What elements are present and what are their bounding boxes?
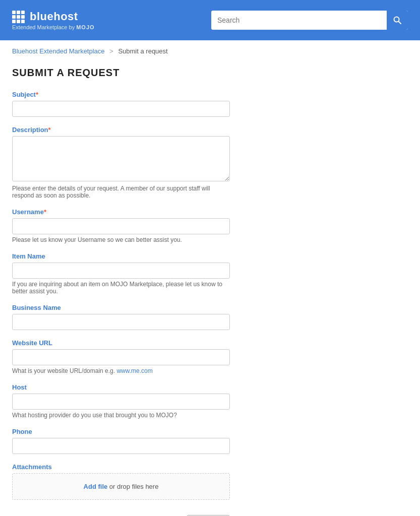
business-name-input[interactable]	[12, 314, 230, 330]
attachments-group: Attachments Add file or drop files here	[12, 463, 230, 500]
item-name-group: Item Name If you are inquiring about an …	[12, 252, 230, 295]
item-name-label: Item Name	[12, 252, 230, 260]
main-content: SUBMIT A REQUEST Subject* Description* P…	[0, 62, 242, 516]
submit-request-form: Subject* Description* Please enter the d…	[12, 91, 230, 516]
breadcrumb-current: Submit a request	[118, 47, 167, 55]
host-hint: What hosting provider do you use that br…	[12, 412, 230, 419]
breadcrumb-separator: >	[109, 47, 113, 55]
header: bluehost Extended Marketplace by MOJO	[0, 0, 420, 40]
description-label: Description*	[12, 126, 230, 134]
search-bar	[211, 11, 408, 30]
website-url-hint: What is your website URL/domain e.g. www…	[12, 367, 230, 374]
description-textarea[interactable]	[12, 136, 230, 181]
username-label: Username*	[12, 208, 230, 216]
subject-group: Subject*	[12, 91, 230, 117]
website-url-label: Website URL	[12, 339, 230, 347]
breadcrumb: Bluehost Extended Marketplace > Submit a…	[0, 40, 420, 62]
logo-top: bluehost	[12, 10, 78, 23]
subject-input[interactable]	[12, 101, 230, 117]
logo-area: bluehost Extended Marketplace by MOJO	[12, 10, 95, 30]
phone-group: Phone	[12, 428, 230, 454]
website-url-input[interactable]	[12, 349, 230, 365]
item-name-input[interactable]	[12, 263, 230, 279]
logo-grid-icon	[12, 11, 25, 23]
business-name-group: Business Name	[12, 304, 230, 330]
host-group: Host What hosting provider do you use th…	[12, 383, 230, 419]
logo-text: bluehost	[30, 10, 78, 23]
website-url-group: Website URL What is your website URL/dom…	[12, 339, 230, 374]
host-input[interactable]	[12, 394, 230, 410]
username-group: Username* Please let us know your Userna…	[12, 208, 230, 243]
phone-input[interactable]	[12, 438, 230, 454]
search-input[interactable]	[211, 11, 387, 30]
username-hint: Please let us know your Username so we c…	[12, 236, 230, 243]
page-title: SUBMIT A REQUEST	[12, 67, 230, 79]
attachments-dropzone[interactable]: Add file or drop files here	[12, 473, 230, 500]
description-hint: Please enter the details of your request…	[12, 185, 230, 199]
attachments-drop-text: or drop files here	[107, 483, 158, 490]
phone-label: Phone	[12, 428, 230, 435]
business-name-label: Business Name	[12, 304, 230, 311]
search-button[interactable]	[387, 11, 408, 30]
logo-subtitle: Extended Marketplace by MOJO	[12, 24, 95, 30]
add-file-link[interactable]: Add file	[84, 483, 108, 490]
username-input[interactable]	[12, 218, 230, 234]
description-group: Description* Please enter the details of…	[12, 126, 230, 199]
subject-label: Subject*	[12, 91, 230, 98]
host-label: Host	[12, 383, 230, 391]
svg-line-1	[399, 22, 401, 24]
breadcrumb-home-link[interactable]: Bluehost Extended Marketplace	[12, 47, 105, 55]
attachments-label: Attachments	[12, 463, 230, 471]
item-name-hint: If you are inquiring about an item on MO…	[12, 281, 230, 295]
search-icon	[393, 16, 401, 24]
